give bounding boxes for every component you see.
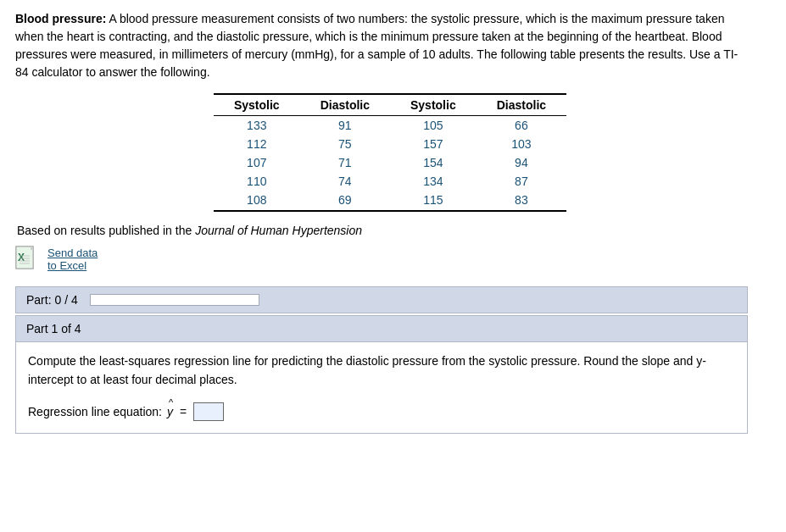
regression-answer-input[interactable] bbox=[193, 402, 224, 421]
table-wrapper: Systolic Diastolic Systolic Diastolic 13… bbox=[32, 93, 748, 212]
cell-4-1: 69 bbox=[300, 191, 390, 211]
part-1-header-label: Part 1 of 4 bbox=[26, 322, 81, 335]
part-1-header: Part 1 of 4 bbox=[15, 315, 748, 342]
journal-name: Journal of Human Hypertension bbox=[195, 224, 362, 237]
col-header-systolic-1: Systolic bbox=[214, 94, 300, 116]
table-row: 108 69 115 83 bbox=[214, 191, 566, 211]
data-table: Systolic Diastolic Systolic Diastolic 13… bbox=[214, 93, 566, 212]
journal-note: Based on results published in the Journa… bbox=[17, 224, 748, 237]
page-wrapper: Blood pressure: A blood pressure measure… bbox=[0, 0, 786, 444]
cell-4-0: 108 bbox=[214, 191, 300, 211]
send-excel-section: X Send datato Excel bbox=[15, 246, 748, 273]
regression-line-row: Regression line equation: ^ y = bbox=[28, 402, 735, 421]
part-1-question: Compute the least-squares regression lin… bbox=[28, 352, 735, 389]
scroll-area[interactable]: Blood pressure: A blood pressure measure… bbox=[0, 0, 786, 444]
cell-4-3: 83 bbox=[477, 191, 566, 211]
cell-2-3: 94 bbox=[477, 153, 566, 172]
col-header-systolic-2: Systolic bbox=[390, 94, 477, 116]
part-progress-label: Part: 0 / 4 bbox=[26, 293, 78, 307]
equals-sign: = bbox=[180, 405, 187, 418]
send-excel-label: Send datato Excel bbox=[47, 247, 98, 272]
cell-0-0: 133 bbox=[214, 116, 300, 136]
cell-1-3: 103 bbox=[477, 135, 566, 153]
excel-svg-icon: X bbox=[15, 246, 42, 273]
send-to-excel-link[interactable]: Send datato Excel bbox=[47, 247, 98, 272]
table-header-row: Systolic Diastolic Systolic Diastolic bbox=[214, 94, 566, 116]
cell-0-1: 91 bbox=[300, 116, 390, 136]
progress-bar-outer bbox=[90, 294, 259, 306]
excel-icon: X bbox=[15, 246, 42, 273]
intro-bold: Blood pressure: bbox=[15, 12, 106, 25]
cell-1-2: 157 bbox=[390, 135, 477, 153]
col-header-diastolic-1: Diastolic bbox=[300, 94, 390, 116]
regression-label-text: Regression line equation: bbox=[28, 405, 162, 418]
intro-paragraph: Blood pressure: A blood pressure measure… bbox=[15, 10, 748, 81]
y-hat-letter: ^ y bbox=[167, 405, 173, 418]
cell-1-1: 75 bbox=[300, 135, 390, 153]
cell-3-2: 134 bbox=[390, 172, 477, 191]
cell-2-1: 71 bbox=[300, 153, 390, 172]
cell-2-2: 154 bbox=[390, 153, 477, 172]
main-content: Blood pressure: A blood pressure measure… bbox=[0, 0, 763, 444]
table-row: 107 71 154 94 bbox=[214, 153, 566, 172]
col-header-diastolic-2: Diastolic bbox=[477, 94, 566, 116]
cell-3-1: 74 bbox=[300, 172, 390, 191]
y-hat-symbol: ^ y bbox=[167, 405, 173, 418]
cell-1-0: 112 bbox=[214, 135, 300, 153]
hat-caret: ^ bbox=[169, 397, 173, 407]
table-row: 110 74 134 87 bbox=[214, 172, 566, 191]
cell-0-2: 105 bbox=[390, 116, 477, 136]
part-progress-bar-container: Part: 0 / 4 bbox=[15, 286, 748, 313]
cell-4-2: 115 bbox=[390, 191, 477, 211]
table-row: 133 91 105 66 bbox=[214, 116, 566, 136]
cell-3-3: 87 bbox=[477, 172, 566, 191]
svg-text:X: X bbox=[18, 252, 25, 263]
cell-2-0: 107 bbox=[214, 153, 300, 172]
part-1-content: Compute the least-squares regression lin… bbox=[15, 342, 748, 434]
journal-note-text: Based on results published in the bbox=[17, 224, 195, 237]
intro-text-body: A blood pressure measurement consists of… bbox=[15, 12, 738, 79]
cell-0-3: 66 bbox=[477, 116, 566, 136]
cell-3-0: 110 bbox=[214, 172, 300, 191]
table-row: 112 75 157 103 bbox=[214, 135, 566, 153]
